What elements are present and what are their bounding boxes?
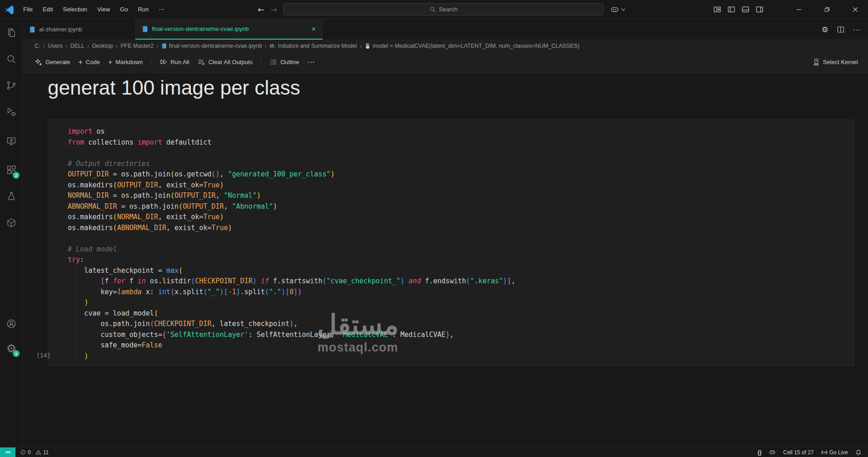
sidebar-item-run-debug[interactable] <box>0 101 23 123</box>
code-line[interactable]: [f for f in os.listdir(CHECKPOINT_DIR) i… <box>68 276 515 287</box>
chevron-separator-icon: › <box>265 42 267 50</box>
bell-icon[interactable] <box>855 449 862 456</box>
breadcrumb-path: C:›Users›DELL›Desktop›PFE Master2› <box>35 42 161 50</box>
warnings-item[interactable]: 11 <box>35 449 49 456</box>
menu-file[interactable]: File <box>18 4 38 15</box>
run-all-button[interactable]: Run All <box>160 58 189 66</box>
code-line[interactable]: import os <box>68 126 515 137</box>
code-line[interactable]: os.makedirs(NORMAL_DIR, exist_ok=True) <box>68 212 515 223</box>
code-line[interactable]: OUTPUT_DIR = os.path.join(os.getcwd(), "… <box>68 169 515 180</box>
breadcrumb-symbol[interactable]: model = MedicalCVAE(latent_dim=LATENT_DI… <box>373 43 580 49</box>
braces-indicator[interactable]: {} <box>758 449 762 456</box>
menu-selection[interactable]: Selection <box>58 4 92 15</box>
select-kernel-label: Select Kernel <box>823 59 858 65</box>
code-line[interactable] <box>68 148 515 159</box>
breadcrumb-item[interactable]: PFE Master2 <box>120 43 154 49</box>
minimize-button[interactable] <box>786 0 812 19</box>
toggle-panel-icon[interactable] <box>742 5 749 13</box>
restore-button[interactable] <box>814 0 840 19</box>
code-line[interactable]: # Output directories <box>68 159 515 170</box>
code-line[interactable]: try: <box>68 255 515 266</box>
code-line[interactable]: ABNORMAL_DIR = os.path.join(OUTPUT_DIR, … <box>68 201 515 212</box>
statusbar-right: {} Cell 15 of 27 Go Live <box>758 449 868 456</box>
go-live-label: Go Live <box>829 449 848 456</box>
breadcrumb-item[interactable]: DELL <box>70 43 85 49</box>
code-line[interactable]: from collections import defaultdict <box>68 137 515 148</box>
notebook-view: generat 100 image per class import osfro… <box>23 73 868 447</box>
menu-edit[interactable]: Edit <box>38 4 58 15</box>
breadcrumb-item[interactable]: Desktop <box>92 43 113 49</box>
sidebar-item-explorer[interactable] <box>0 22 23 44</box>
errors-item[interactable]: 0 <box>20 449 31 456</box>
clear-all-outputs-button[interactable]: Clear All Outputs <box>197 58 253 66</box>
notebook-settings-gear-icon[interactable]: ⚙ <box>822 26 828 34</box>
customize-layout-icon[interactable] <box>713 5 721 13</box>
breadcrumb-file[interactable]: final-version-dentraineme-cvae.ipynb <box>169 43 262 49</box>
menu-[interactable]: ⋯ <box>154 4 170 15</box>
menu-run[interactable]: Run <box>133 4 154 15</box>
menu-go[interactable]: Go <box>115 4 133 15</box>
code-line[interactable]: os.makedirs(OUTPUT_DIR, exist_ok=True) <box>68 180 515 191</box>
cell-indicator[interactable]: Cell 15 of 27 <box>783 449 813 456</box>
close-tab-icon[interactable]: ✕ <box>311 26 316 32</box>
toggle-primary-sidebar-icon[interactable] <box>728 5 735 13</box>
titlebar-left: FileEditSelectionViewGoRun⋯ <box>0 4 170 15</box>
remote-explorer-icon <box>6 136 17 146</box>
copilot-status-icon[interactable] <box>769 449 776 456</box>
code-cell[interactable]: import osfrom collections import default… <box>48 120 854 366</box>
search-input[interactable]: Search <box>283 3 604 15</box>
split-editor-icon[interactable] <box>837 26 844 33</box>
sidebar-item-search[interactable] <box>0 48 23 70</box>
code-line[interactable]: # Load model <box>68 244 515 255</box>
sidebar-item-source-control[interactable] <box>0 75 23 96</box>
more-actions-icon[interactable]: ⋯ <box>853 25 861 34</box>
markdown-heading[interactable]: generat 100 image per class <box>48 76 300 99</box>
toggle-secondary-sidebar-icon[interactable] <box>756 5 763 13</box>
code-line[interactable]: ) <box>68 297 515 308</box>
titlebar: FileEditSelectionViewGoRun⋯ ← → Search <box>0 0 868 19</box>
generate-button[interactable]: Generate <box>35 58 70 66</box>
broadcast-icon <box>821 449 828 456</box>
sidebar-item-remote-explorer[interactable] <box>0 130 23 152</box>
code-line[interactable]: NORMAL_DIR = os.path.join(OUTPUT_DIR, "N… <box>68 191 515 201</box>
add-markdown-button[interactable]: + Markdown <box>108 58 143 66</box>
account-icon <box>6 318 17 329</box>
remote-indicator-button[interactable]: >< <box>0 447 15 457</box>
beaker-icon <box>6 191 17 202</box>
kernel-icon <box>813 58 820 66</box>
tab-al-zhaimer[interactable]: al-zhaimer.ipynb <box>23 19 135 40</box>
sidebar-item-extensions[interactable]: 2 <box>0 159 23 181</box>
tab-final-version-cvae[interactable]: final-version-dentraineme-cvae.ipynb ✕ <box>135 19 323 40</box>
breadcrumb-section[interactable]: Initialize and Summarize Model <box>278 43 357 49</box>
notebook-toolbar: Generate + Code + Markdown Run All Clear… <box>23 52 868 73</box>
sidebar-item-testing[interactable] <box>0 186 23 207</box>
outline-button[interactable]: Outline <box>270 58 299 66</box>
back-icon[interactable]: ← <box>258 5 264 14</box>
menu-view[interactable]: View <box>92 4 115 15</box>
sidebar-item-containers[interactable] <box>0 212 23 234</box>
close-button[interactable] <box>843 0 868 19</box>
code-line[interactable]: key=lambda x: int(x.split("_")[-1].split… <box>68 287 515 298</box>
copilot-icon <box>610 5 619 14</box>
breadcrumb-item[interactable]: Users <box>48 43 63 49</box>
code-line[interactable]: latest_checkpoint = max( <box>68 266 515 276</box>
add-code-button[interactable]: + Code <box>78 58 100 66</box>
forward-icon[interactable]: → <box>271 5 277 14</box>
sidebar-item-accounts[interactable] <box>0 313 23 335</box>
clear-outputs-icon <box>197 58 205 66</box>
run-all-label: Run All <box>171 59 189 65</box>
copilot-button[interactable] <box>610 5 625 14</box>
error-icon <box>20 449 26 455</box>
code-line[interactable] <box>68 233 515 244</box>
chevron-separator-icon: › <box>360 42 362 50</box>
go-live-button[interactable]: Go Live <box>821 449 848 456</box>
select-kernel-button[interactable]: Select Kernel <box>813 58 858 66</box>
breadcrumb-item[interactable]: C: <box>35 43 40 49</box>
vscode-logo-icon <box>5 5 15 15</box>
more-toolbar-actions-icon[interactable]: ⋯ <box>307 58 315 66</box>
activity-bar: 2 ⚙ 1 <box>0 19 23 447</box>
code-line[interactable]: os.makedirs(ABNORMAL_DIR, exist_ok=True) <box>68 223 515 234</box>
chevron-down-icon <box>621 8 625 11</box>
generate-label: Generate <box>45 59 70 65</box>
sidebar-item-settings[interactable]: ⚙ 1 <box>0 337 23 359</box>
